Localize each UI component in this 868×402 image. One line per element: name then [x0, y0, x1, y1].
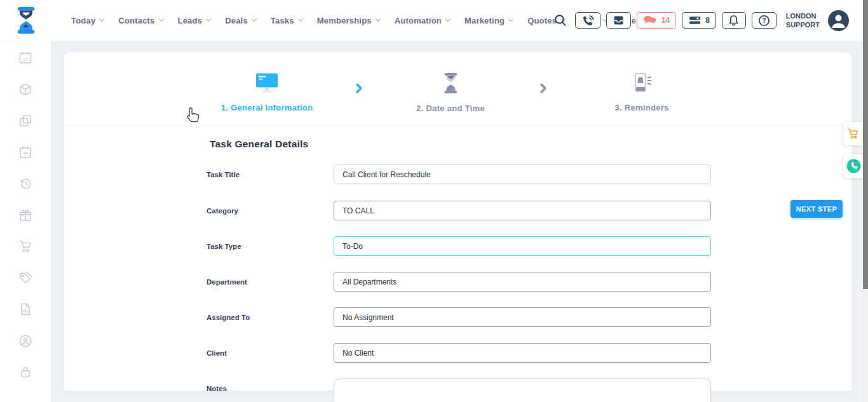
chevron-right-icon: [355, 83, 363, 94]
help-icon: ?: [758, 15, 770, 27]
nav-label: Memberships: [317, 16, 372, 25]
wizard-step-label: 3. Reminders: [614, 103, 668, 112]
sidebar-item-reports[interactable]: [18, 302, 33, 317]
phone-volume-icon: [581, 15, 594, 27]
wizard-step-reminders[interactable]: 3. Reminders: [572, 72, 712, 112]
user-name: LONDON SUPPORT: [786, 11, 820, 30]
account-icon: [18, 333, 33, 349]
sidebar-item-products[interactable]: [18, 82, 33, 97]
task-type-label: Task Type: [207, 236, 241, 256]
nav-item-deals[interactable]: Deals: [225, 16, 256, 25]
notes-textarea[interactable]: [334, 379, 711, 402]
sidebar-item-calendar[interactable]: 12: [18, 50, 33, 65]
hourglass-logo-icon: [11, 6, 41, 35]
cart-icon: [847, 128, 860, 140]
form-row-assigned-to: Assigned To: [207, 307, 778, 327]
left-sidebar: 12: [0, 41, 51, 402]
category-label: Category: [207, 201, 238, 220]
chevron-down-icon: [158, 17, 163, 22]
sidebar-item-account[interactable]: [18, 333, 33, 349]
nav-label: Marketing: [465, 16, 505, 25]
assigned-to-select[interactable]: [334, 307, 711, 327]
nav-item-today[interactable]: Today: [71, 16, 104, 25]
nav-item-memberships[interactable]: Memberships: [317, 16, 380, 25]
chat-count-badge: 14: [661, 16, 670, 25]
phone-circle-icon: [846, 159, 861, 173]
report-icon: [18, 302, 33, 317]
task-title-input[interactable]: [334, 164, 711, 184]
form-row-category: Category: [207, 201, 778, 220]
task-type-select[interactable]: [334, 236, 711, 256]
bell-icon: [728, 15, 739, 27]
nav-label: Automation: [395, 16, 442, 25]
header-actions: 14 8 ? LONDON SUPPORT: [554, 0, 849, 41]
form-row-department: Department: [207, 272, 778, 291]
sidebar-item-duplicates[interactable]: [18, 113, 33, 128]
chevron-down-icon: [206, 17, 211, 22]
scrollbar-track[interactable]: [863, 0, 868, 402]
inbox-button[interactable]: [606, 12, 631, 29]
chevron-down-icon: [445, 17, 451, 22]
tickets-button[interactable]: 8: [682, 12, 716, 29]
phone-alert-icon: [631, 72, 653, 93]
chevron-down-icon: [376, 17, 381, 22]
form-row-task-title: Task Title: [207, 164, 778, 184]
nav-label: Quotes: [527, 16, 557, 25]
chevron-down-icon: [297, 17, 302, 22]
wizard-step-date-and-time[interactable]: 2. Date and Time: [381, 72, 520, 113]
user-avatar[interactable]: [828, 10, 849, 31]
search-button[interactable]: [554, 14, 567, 27]
sidebar-item-pricing[interactable]: [18, 271, 33, 286]
cart-quick-button[interactable]: [843, 122, 864, 145]
wizard-steps: 1. General Information 2. Date and Time: [64, 52, 852, 126]
phone-support-button[interactable]: [843, 154, 864, 178]
cart-icon: [18, 239, 33, 254]
chevron-down-icon: [99, 17, 104, 22]
nav-item-contacts[interactable]: Contacts: [118, 16, 163, 25]
task-title-label: Task Title: [207, 164, 240, 184]
nav-label: Deals: [225, 16, 248, 25]
department-select[interactable]: [334, 272, 711, 291]
sidebar-item-rewards[interactable]: [18, 208, 33, 223]
gift-icon: [18, 208, 33, 223]
chat-messages-button[interactable]: 14: [637, 12, 676, 29]
form-row-notes: Notes: [207, 379, 778, 398]
main-content-area: 1. General Information 2. Date and Time: [51, 41, 868, 402]
tags-icon: [18, 271, 33, 286]
calendar-event-icon: [18, 145, 33, 160]
form-title: Task General Details: [210, 138, 308, 150]
history-icon: [18, 176, 33, 191]
chevron-down-icon: [508, 17, 513, 22]
next-step-button[interactable]: NEXT STEP: [790, 200, 843, 218]
top-header: Today Contacts Leads Deals Tasks Members…: [0, 0, 868, 41]
app-logo[interactable]: [11, 6, 41, 35]
search-icon: [554, 14, 567, 27]
sidebar-item-orders[interactable]: [18, 239, 33, 254]
user-name-line1: LONDON: [786, 11, 820, 20]
department-label: Department: [207, 272, 247, 291]
sidebar-item-bookings[interactable]: [18, 145, 33, 160]
nav-item-marketing[interactable]: Marketing: [465, 16, 513, 25]
monitor-icon: [254, 72, 280, 93]
sidebar-item-history[interactable]: [18, 176, 33, 191]
form-row-client: Client: [207, 343, 778, 363]
task-wizard-card: 1. General Information 2. Date and Time: [64, 52, 852, 391]
sidebar-item-security[interactable]: [18, 365, 33, 380]
wizard-step-label: 2. Date and Time: [416, 104, 485, 113]
form-row-task-type: Task Type: [207, 236, 778, 256]
user-icon: [828, 10, 849, 31]
wizard-step-general-information[interactable]: 1. General Information: [197, 72, 337, 112]
nav-item-tasks[interactable]: Tasks: [271, 16, 302, 25]
notes-label: Notes: [207, 379, 227, 398]
nav-item-leads[interactable]: Leads: [178, 16, 211, 25]
nav-item-automation[interactable]: Automation: [395, 16, 450, 25]
nav-label: Contacts: [118, 16, 154, 25]
ticket-count-badge: 8: [705, 16, 710, 25]
calls-button[interactable]: [575, 12, 600, 29]
category-select[interactable]: [334, 201, 711, 220]
notifications-button[interactable]: [722, 12, 746, 29]
scrollbar-thumb[interactable]: [863, 0, 868, 289]
assigned-to-label: Assigned To: [207, 307, 250, 327]
client-select[interactable]: [334, 343, 711, 363]
help-button[interactable]: ?: [752, 12, 776, 29]
